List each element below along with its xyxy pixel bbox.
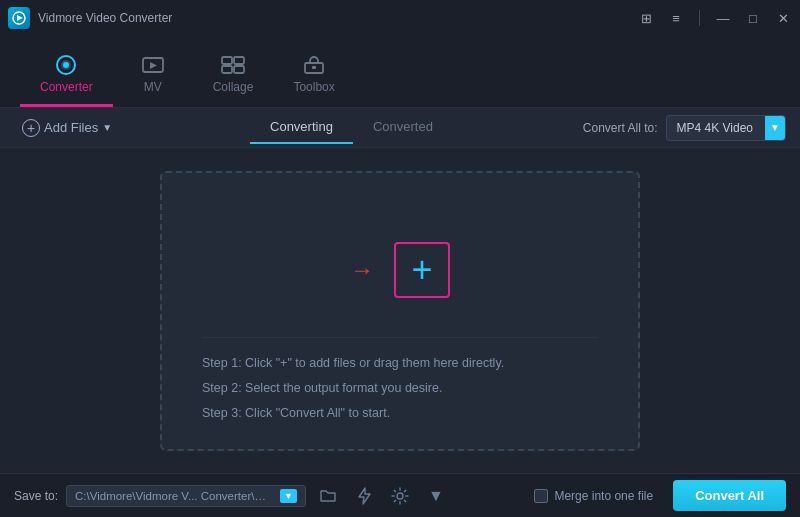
svg-rect-7 — [234, 57, 244, 64]
app-icon — [8, 7, 30, 29]
format-dropdown-icon: ▼ — [765, 116, 785, 140]
svg-point-4 — [63, 62, 69, 68]
status-tabs: Converting Converted — [120, 111, 583, 144]
svg-rect-11 — [312, 66, 316, 69]
grid-button[interactable]: ⊞ — [637, 9, 655, 27]
toolbar: + Add Files ▼ Converting Converted Conve… — [0, 108, 800, 148]
tab-toolbox[interactable]: Toolbox — [273, 46, 354, 107]
tab-converter[interactable]: Converter — [20, 46, 113, 107]
tab-converter-label: Converter — [40, 80, 93, 94]
bottom-bar: Save to: C:\Vidmore\Vidmore V... Convert… — [0, 473, 800, 517]
merge-label: Merge into one file — [554, 489, 653, 503]
save-to-label: Save to: — [14, 489, 58, 503]
folder-icon-button[interactable] — [314, 482, 342, 510]
convert-all-to-label: Convert All to: — [583, 121, 658, 135]
svg-rect-6 — [222, 57, 232, 64]
tab-mv-label: MV — [144, 80, 162, 94]
step-3-text: Step 3: Click "Convert All" to start. — [202, 404, 598, 423]
settings-dropdown-button[interactable]: ▼ — [422, 482, 450, 510]
add-plus-icon: + — [22, 119, 40, 137]
lightning-icon-button[interactable] — [350, 482, 378, 510]
main-content: → + Step 1: Click "+" to add files or dr… — [0, 148, 800, 473]
menu-button[interactable]: ≡ — [667, 9, 685, 27]
save-path-box[interactable]: C:\Vidmore\Vidmore V... Converter\Conver… — [66, 485, 306, 507]
tab-toolbox-label: Toolbox — [293, 80, 334, 94]
merge-section: Merge into one file — [534, 489, 653, 503]
collage-icon — [220, 54, 246, 76]
tab-collage-label: Collage — [213, 80, 254, 94]
bottom-icons: ▼ — [314, 482, 526, 510]
drag-arrow-icon: → — [350, 256, 374, 284]
drop-zone[interactable]: → + Step 1: Click "+" to add files or dr… — [160, 171, 640, 451]
svg-marker-1 — [17, 15, 23, 21]
step-1-text: Step 1: Click "+" to add files or drag t… — [202, 354, 598, 373]
step-2-text: Step 2: Select the output format you des… — [202, 379, 598, 398]
nav-bar: Converter MV Collage — [0, 36, 800, 108]
tab-mv[interactable]: MV — [113, 46, 193, 107]
title-bar-left: Vidmore Video Converter — [8, 7, 172, 29]
title-bar-controls: ⊞ ≡ — □ ✕ — [637, 9, 792, 27]
converter-icon — [53, 54, 79, 76]
tab-converting[interactable]: Converting — [250, 111, 353, 144]
toolbox-icon — [301, 54, 327, 76]
selected-format-text: MP4 4K Video — [677, 121, 754, 135]
convert-all-button[interactable]: Convert All — [673, 480, 786, 511]
title-bar: Vidmore Video Converter ⊞ ≡ — □ ✕ — [0, 0, 800, 36]
settings-icon-button[interactable] — [386, 482, 414, 510]
add-files-label: Add Files — [44, 120, 98, 135]
minimize-button[interactable]: — — [714, 9, 732, 27]
add-files-dropdown-icon: ▼ — [102, 122, 112, 133]
save-path-text: C:\Vidmore\Vidmore V... Converter\Conver… — [75, 490, 274, 502]
maximize-button[interactable]: □ — [744, 9, 762, 27]
mv-icon — [140, 54, 166, 76]
close-button[interactable]: ✕ — [774, 9, 792, 27]
merge-checkbox[interactable] — [534, 489, 548, 503]
svg-point-12 — [397, 493, 403, 499]
toolbar-right: Convert All to: MP4 4K Video ▼ — [583, 115, 786, 141]
add-files-button[interactable]: + Add Files ▼ — [14, 115, 120, 141]
drop-zone-steps: Step 1: Click "+" to add files or drag t… — [202, 337, 598, 428]
svg-rect-9 — [234, 66, 244, 73]
drop-zone-top: → + — [350, 203, 450, 338]
add-files-plus-box[interactable]: + — [394, 242, 450, 298]
format-select[interactable]: MP4 4K Video ▼ — [666, 115, 787, 141]
tab-converted[interactable]: Converted — [353, 111, 453, 144]
path-dropdown-icon[interactable]: ▼ — [280, 489, 297, 503]
tab-collage[interactable]: Collage — [193, 46, 274, 107]
svg-rect-8 — [222, 66, 232, 73]
app-title: Vidmore Video Converter — [38, 11, 172, 25]
